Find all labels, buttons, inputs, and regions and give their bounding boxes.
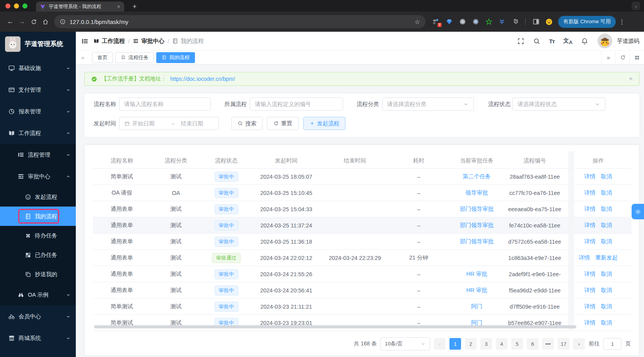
process-name-input[interactable]	[119, 97, 211, 111]
action-link[interactable]: 详情	[584, 238, 596, 245]
sidebar-item-11[interactable]: OA 示例	[0, 284, 76, 306]
current-task-link[interactable]: 部门领导审批	[460, 206, 494, 212]
fullscreen-icon[interactable]	[517, 38, 524, 45]
bell-icon[interactable]	[581, 38, 588, 45]
extensions-puzzle-icon[interactable]	[511, 18, 519, 26]
settings-drawer-button[interactable]	[632, 204, 644, 219]
more-pages-button[interactable]: •••	[542, 338, 554, 350]
current-task-link[interactable]: 阿门	[471, 319, 482, 326]
action-link[interactable]: 重新发起	[595, 254, 618, 261]
action-link[interactable]: 详情	[579, 254, 590, 261]
tabs-scroll-right-icon[interactable]: »	[601, 51, 615, 64]
page-tab-1[interactable]: 流程任务	[115, 52, 154, 63]
page-tab-2[interactable]: 我的流程	[156, 52, 195, 63]
date-range-picker[interactable]: 开始日期 – 结束日期	[119, 117, 219, 130]
sidebar-item-1[interactable]: 支付管理	[0, 79, 76, 101]
circle-extension-icon[interactable]	[459, 18, 466, 26]
gem-extension-icon[interactable]	[446, 18, 453, 26]
current-task-link[interactable]: 部门领导审批	[460, 238, 494, 244]
tab-search-button[interactable]: ⌄	[632, 2, 640, 10]
page-button-5[interactable]: 5	[511, 338, 523, 350]
home-button[interactable]	[39, 16, 51, 27]
search-icon[interactable]	[533, 38, 540, 45]
page-button-3[interactable]: 3	[480, 338, 492, 350]
action-link[interactable]: 取消	[601, 205, 612, 213]
sidebar-item-9[interactable]: 已办任务	[0, 245, 76, 265]
window-maximize-button[interactable]	[22, 3, 27, 9]
reset-button[interactable]: 重置	[267, 117, 299, 130]
action-link[interactable]: 详情	[584, 205, 596, 213]
search-button[interactable]: 搜索	[231, 117, 263, 130]
page-button-17[interactable]: 17	[558, 338, 569, 350]
goto-page-input[interactable]	[603, 338, 622, 350]
horizontal-scrollbar[interactable]	[94, 325, 576, 328]
action-link[interactable]: 详情	[584, 303, 596, 310]
url-text[interactable]: 127.0.0.1/bpm/task/my	[70, 19, 411, 25]
current-task-link[interactable]: HR 审批	[466, 271, 487, 277]
font-size-icon[interactable]: Tт	[549, 38, 555, 44]
action-link[interactable]: 详情	[584, 189, 596, 196]
sidebar-item-8[interactable]: 待办任务	[0, 226, 76, 245]
breadcrumb-item-1[interactable]: 审批中心	[133, 38, 164, 45]
action-link[interactable]: 取消	[601, 238, 612, 245]
tabs-scroll-left-icon[interactable]: «	[81, 54, 89, 61]
new-tab-button[interactable]: +	[130, 2, 139, 11]
star-extension-icon[interactable]	[485, 18, 492, 26]
bookmark-star-icon[interactable]: ☆	[415, 18, 420, 26]
translate-icon[interactable]: 文A	[563, 37, 572, 45]
back-button[interactable]: ←	[5, 16, 16, 27]
action-link[interactable]: 取消	[601, 319, 612, 326]
tabs-menu-icon[interactable]	[630, 51, 644, 64]
process-category-select[interactable]: 请选择流程分类	[382, 97, 474, 111]
window-close-button[interactable]	[5, 3, 10, 9]
alert-close-icon[interactable]: ×	[629, 75, 633, 83]
emoji-profile-icon[interactable]	[545, 18, 553, 26]
process-name-field[interactable]	[124, 101, 206, 107]
sidebar-item-2[interactable]: 报表管理	[0, 101, 76, 122]
action-link[interactable]: 取消	[601, 287, 612, 294]
action-link[interactable]: 详情	[584, 222, 596, 229]
url-bar[interactable]: 127.0.0.1/bpm/task/my ☆	[54, 15, 425, 28]
action-link[interactable]: 取消	[601, 222, 612, 229]
action-link[interactable]: 取消	[601, 303, 612, 310]
page-tab-0[interactable]: 首页	[92, 52, 113, 63]
start-date-placeholder[interactable]: 开始日期	[132, 120, 165, 127]
sidebar-item-3[interactable]: 工作流程	[0, 122, 76, 144]
sidebar-item-10[interactable]: 抄送我的	[0, 265, 76, 284]
doc-link[interactable]: https://doc.iocoder.cn/bpm/	[170, 76, 235, 82]
action-link[interactable]: 取消	[601, 173, 612, 180]
browser-menu-icon[interactable]: ⋮	[619, 18, 625, 26]
window-controls[interactable]	[5, 3, 27, 9]
page-button-1[interactable]: 1	[449, 338, 461, 350]
tab-close-icon[interactable]: ×	[117, 3, 120, 10]
side-panel-icon[interactable]	[532, 18, 540, 26]
sidebar-item-0[interactable]: 基础设施	[0, 57, 76, 79]
action-link[interactable]: 详情	[584, 270, 596, 278]
user-avatar[interactable]	[598, 34, 612, 48]
double-chevron-extension-icon[interactable]	[498, 18, 506, 26]
current-task-link[interactable]: HR 审批	[466, 287, 487, 293]
prev-page-button[interactable]: ‹	[434, 338, 446, 350]
sidebar-item-5[interactable]: 审批中心	[0, 166, 76, 187]
action-link[interactable]: 取消	[601, 270, 612, 278]
collapse-sidebar-icon[interactable]	[81, 38, 89, 45]
action-link[interactable]: 详情	[584, 287, 596, 294]
action-link[interactable]: 取消	[601, 189, 612, 196]
reload-button[interactable]	[28, 16, 39, 27]
page-button-6[interactable]: 6	[527, 338, 538, 350]
page-button-2[interactable]: 2	[465, 338, 477, 350]
site-info-icon[interactable]	[60, 19, 66, 25]
action-link[interactable]: 详情	[584, 173, 596, 180]
user-name[interactable]: 芋道源码	[617, 38, 639, 45]
process-definition-field[interactable]	[255, 101, 338, 107]
current-task-link[interactable]: 阿门	[471, 303, 482, 309]
forward-button[interactable]: →	[16, 16, 28, 27]
sidebar-item-12[interactable]: 会员中心	[0, 306, 76, 327]
create-process-button[interactable]: 发起流程	[303, 117, 345, 130]
current-task-link[interactable]: 部门领导审批	[460, 222, 494, 228]
action-link[interactable]: 详情	[584, 319, 596, 326]
sidebar-item-6[interactable]: 发起流程	[0, 187, 76, 207]
process-definition-input[interactable]	[250, 97, 343, 111]
current-task-link[interactable]: 第二个任务	[463, 173, 491, 179]
page-size-select[interactable]: 10条/页	[381, 337, 430, 350]
